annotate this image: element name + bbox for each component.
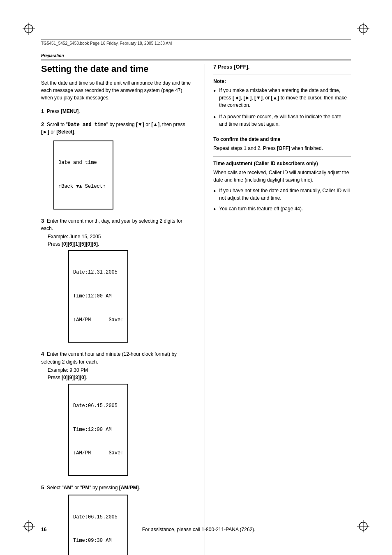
lcd-5-line1: Date:06.15.2005 — [73, 514, 123, 521]
step-5: 5 Select "AM" or "PM" by pressing [AM/PM… — [41, 484, 192, 555]
lcd-4-line2: Time:12:00 AM — [73, 426, 123, 434]
lcd-3-line2: Time:12:00 AM — [73, 292, 123, 300]
step-2: 2 Scroll to "Date and time" by pressing … — [41, 120, 192, 212]
step-2-text: Scroll to "Date and time" by pressing [▼… — [41, 122, 185, 135]
time-adj-bullet-2: You can turn this feature off (page 44). — [213, 205, 351, 212]
note-heading: Note: — [213, 78, 351, 84]
lcd-4-line3: ↑AM/PM Save↑ — [73, 449, 123, 457]
divider-after-step7 — [213, 74, 351, 74]
lcd-4-line1: Date:06.15.2005 — [73, 402, 123, 410]
time-adj-text: When calls are received, Caller ID will … — [213, 169, 351, 184]
step-4-press: Press [0][9][3][0]. — [48, 374, 192, 381]
meta-text: TG5451_5452_5453.book Page 16 Friday, Fe… — [41, 41, 172, 46]
time-adj-title: Time adjustment (Caller ID subscribers o… — [213, 161, 351, 166]
lcd-3-line1: Date:12.31.2005 — [73, 269, 123, 276]
right-column: 7 Press [OFF]. Note: If you make a mista… — [205, 64, 351, 555]
step-3-body: Example: June 15, 2005 Press [0][6][1][5… — [48, 233, 192, 345]
step-7: 7 Press [OFF]. — [213, 64, 351, 70]
lcd-3-line3: ↑AM/PM Save↑ — [73, 316, 123, 324]
two-col-layout: Setting the date and time Set the date a… — [41, 64, 351, 555]
heading-rule — [41, 60, 351, 60]
step-1: 1 Press [MENU]. — [41, 107, 192, 115]
step-4-body: Example: 9:30 PM Press [0][9][3][0]. Dat… — [48, 366, 192, 479]
step-5-text: Select "AM" or "PM" by pressing [AM/PM]. — [47, 485, 140, 491]
footer-assistance: For assistance, please call 1-800-211-PA… — [46, 527, 351, 532]
step-3: 3 Enter the current month, day, and year… — [41, 217, 192, 345]
section-heading: Preparation — [41, 53, 351, 58]
step-4: 4 Enter the current hour and minute (12-… — [41, 350, 192, 479]
step-7-text: 7 Press [OFF]. — [213, 64, 249, 70]
confirm-title: To confirm the date and time — [213, 136, 351, 142]
left-column: Setting the date and time Set the date a… — [41, 64, 192, 555]
step-2-number: 2 — [41, 121, 44, 127]
corner-mark-bl — [23, 520, 35, 532]
corner-mark-br — [357, 520, 369, 532]
step-1-number: 1 — [41, 108, 44, 114]
intro-text: Set the date and time so that the unit w… — [41, 79, 192, 101]
step-5-number: 5 — [41, 484, 44, 491]
lcd-display-3: Date:12.31.2005 Time:12:00 AM ↑AM/PM Sav… — [68, 250, 128, 343]
step-4-number: 4 — [41, 351, 44, 357]
lcd-display-4: Date:06.15.2005 Time:12:00 AM ↑AM/PM Sav… — [68, 384, 128, 476]
step-4-text: Enter the current hour and minute (12-ho… — [41, 351, 177, 365]
lcd-2-line1: Date and time — [58, 159, 108, 167]
time-adj-bullet-1: If you have not set the date and time ma… — [213, 187, 351, 202]
step-3-example: Example: June 15, 2005 — [48, 233, 192, 240]
corner-mark-tl — [23, 23, 35, 35]
confirm-text: Repeat steps 1 and 2. Press [OFF] when f… — [213, 145, 351, 152]
step-3-text: Enter the current month, day, and year b… — [41, 218, 182, 232]
corner-mark-tr — [357, 23, 369, 35]
step-4-example: Example: 9:30 PM — [48, 366, 192, 374]
note-1: If you make a mistake when entering the … — [213, 87, 351, 109]
lcd-display-2: Date and time ↑Back ▼▲ Select↑ — [53, 140, 113, 210]
footer-page-number: 16 — [41, 527, 46, 532]
meta-line: TG5451_5452_5453.book Page 16 Friday, Fe… — [41, 39, 351, 46]
lcd-2-line2: ↑Back ▼▲ Select↑ — [58, 183, 108, 191]
step-3-number: 3 — [41, 218, 44, 224]
step-3-press: Press [0][6][1][5][0][5]. — [48, 240, 192, 248]
content-area: Preparation Setting the date and time Se… — [41, 53, 351, 518]
lcd-5-line2: Time:09:30 AM — [73, 537, 123, 545]
footer: 16 For assistance, please call 1-800-211… — [41, 524, 351, 532]
step-1-text: Press [MENU]. — [47, 108, 80, 114]
page-title: Setting the date and time — [41, 64, 192, 74]
note-2: If a power failure occurs, ⊕ will flash … — [213, 113, 351, 128]
page: TG5451_5452_5453.book Page 16 Friday, Fe… — [0, 0, 392, 555]
divider-confirm — [213, 132, 351, 132]
divider-time-adj — [213, 156, 351, 157]
